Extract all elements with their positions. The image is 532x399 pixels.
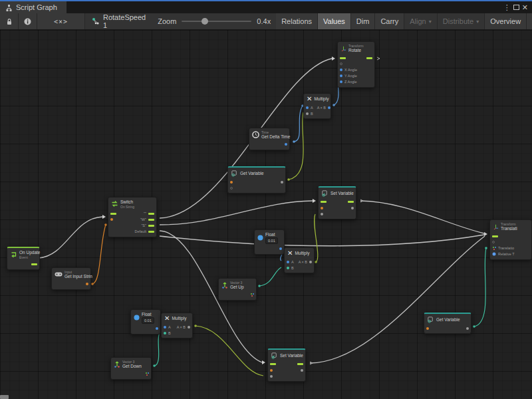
close-button[interactable]: ✕: [522, 4, 528, 11]
code-preview-button[interactable]: <×>: [37, 13, 85, 29]
wire-getvartop-multiply[interactable]: [289, 112, 303, 180]
value-out-port[interactable]: [281, 181, 283, 184]
target-port[interactable]: [340, 63, 342, 65]
info-button[interactable]: [19, 13, 37, 29]
a-port[interactable]: [287, 261, 289, 263]
distribute-dropdown[interactable]: Distribute▾: [438, 13, 485, 29]
node-translate[interactable]: Transform Translati Translatio Relative …: [489, 219, 532, 260]
target-port[interactable]: [492, 241, 495, 243]
name-port[interactable]: [426, 327, 429, 330]
relations-button[interactable]: Relations: [276, 13, 318, 29]
node-get-variable-right[interactable]: Get Variable: [424, 313, 471, 334]
maximize-button[interactable]: [513, 5, 519, 10]
result-port[interactable]: [328, 106, 331, 109]
name-port[interactable]: [321, 207, 323, 209]
y-angle-port[interactable]: [340, 74, 342, 77]
flow-out-port[interactable]: [348, 201, 354, 203]
node-multiply-center[interactable]: ✕ Multiply AA × B B: [284, 247, 315, 273]
wire-getup-multiply[interactable]: [259, 267, 281, 286]
delta-time-out-port[interactable]: [285, 143, 287, 146]
tab-script-graph[interactable]: Script Graph: [0, 1, 66, 13]
translation-port[interactable]: [492, 247, 496, 250]
case-w-port[interactable]: [148, 219, 154, 221]
flow-out-port[interactable]: [366, 57, 372, 59]
wire-switch-translate[interactable]: [160, 235, 484, 246]
window-menu-button[interactable]: ⋮: [503, 4, 511, 11]
wire-deltatime-multiply[interactable]: [294, 106, 303, 142]
align-dropdown[interactable]: Align▾: [404, 13, 437, 29]
z-angle-port[interactable]: [340, 80, 342, 83]
flow-in-port[interactable]: [340, 57, 346, 59]
x-angle-port[interactable]: [340, 68, 342, 71]
wire-multiplybottom-setvar[interactable]: [196, 326, 263, 376]
result-port[interactable]: [188, 326, 190, 329]
wire-setvarcenter-translate[interactable]: [360, 201, 484, 233]
wire-getdown-multiply[interactable]: [154, 333, 160, 366]
overview-button[interactable]: Overview: [485, 13, 527, 29]
node-set-variable-center[interactable]: Set Variable: [318, 186, 356, 219]
graph-breadcrumb[interactable]: RotateSpeed 1: [85, 13, 152, 29]
node-get-down[interactable]: Vector 3 Get Down: [110, 357, 152, 380]
node-rotate[interactable]: Transform Rotate X Angle Y Angle Z Angle: [337, 41, 375, 88]
dim-button[interactable]: Dim: [351, 13, 376, 29]
a-port[interactable]: [306, 106, 309, 109]
wire-onupdate-switch[interactable]: [39, 217, 102, 258]
flow-in-port[interactable]: [492, 235, 498, 237]
wire-getinput-switch[interactable]: [92, 225, 106, 284]
zoom-slider[interactable]: [182, 21, 251, 22]
node-get-up[interactable]: Vector 3 Get Up: [218, 278, 257, 301]
case-default-port[interactable]: [148, 231, 154, 233]
node-switch-on-string[interactable]: Switch On String "" "W" "S" Default: [108, 197, 157, 237]
float-value-input[interactable]: 0.01: [142, 317, 154, 324]
graph-canvas[interactable]: Transform Rotate X Angle Y Angle Z Angle…: [0, 30, 532, 399]
wire-getvarright-translate[interactable]: [474, 248, 486, 327]
a-port[interactable]: [164, 326, 166, 329]
flow-in-port[interactable]: [270, 363, 276, 365]
vector3-out-port[interactable]: [145, 372, 149, 376]
float-out-port[interactable]: [279, 247, 282, 250]
vector3-out-port[interactable]: [250, 293, 254, 297]
node-set-variable-bottom[interactable]: Set Variable: [267, 348, 306, 382]
flow-in-port[interactable]: [321, 201, 327, 203]
value-out-port[interactable]: [301, 369, 303, 372]
values-button[interactable]: Values: [318, 13, 351, 29]
zoom-slider-thumb[interactable]: [201, 18, 208, 25]
value-out-port[interactable]: [351, 207, 354, 209]
wire-multiplycenter-setvar[interactable]: [315, 214, 318, 262]
float-value-input[interactable]: 0.01: [265, 237, 278, 244]
wire-switch-setvar-center[interactable]: [160, 201, 313, 225]
string-out-port[interactable]: [86, 283, 88, 285]
b-port[interactable]: [306, 112, 309, 115]
value-in-port[interactable]: [270, 375, 273, 378]
flow-out-port[interactable]: [31, 263, 37, 265]
node-multiply-top[interactable]: ✕ Multiply AA × B B: [303, 93, 331, 119]
b-port[interactable]: [164, 332, 166, 334]
fallback-port[interactable]: [230, 187, 233, 190]
node-multiply-bottom[interactable]: ✕ Multiply AA × B B: [161, 313, 193, 338]
lock-button[interactable]: [0, 13, 19, 29]
selector-port[interactable]: [110, 218, 113, 221]
value-out-port[interactable]: [466, 327, 469, 330]
node-get-input-string[interactable]: Input Get Input Strin: [51, 267, 91, 290]
node-get-delta-time[interactable]: Time Get Delta Time: [249, 128, 290, 150]
scrollbar-stub[interactable]: [0, 395, 9, 399]
node-float-bottom[interactable]: Float 0.01: [130, 309, 161, 334]
float-out-port[interactable]: [156, 327, 158, 330]
carry-button[interactable]: Carry: [375, 13, 404, 29]
wire-switch-rotate[interactable]: [160, 59, 332, 218]
name-port[interactable]: [270, 369, 273, 372]
flow-out-port[interactable]: [297, 363, 303, 365]
node-on-update[interactable]: On Update Event: [7, 247, 40, 270]
result-port[interactable]: [309, 261, 312, 263]
wire-setvarbottom-translate[interactable]: [310, 236, 485, 363]
node-float-center[interactable]: Float 0.01: [254, 229, 285, 255]
case-s-port[interactable]: [148, 225, 154, 227]
node-get-variable-top[interactable]: Get Variable: [227, 166, 286, 194]
float-icon: [134, 315, 140, 321]
case-empty-port[interactable]: [148, 213, 154, 215]
full-screen-button[interactable]: Full Screen: [527, 13, 532, 29]
name-port[interactable]: [230, 181, 233, 184]
flow-in-port[interactable]: [110, 213, 116, 215]
b-port[interactable]: [287, 267, 289, 269]
value-in-port[interactable]: [321, 213, 323, 215]
